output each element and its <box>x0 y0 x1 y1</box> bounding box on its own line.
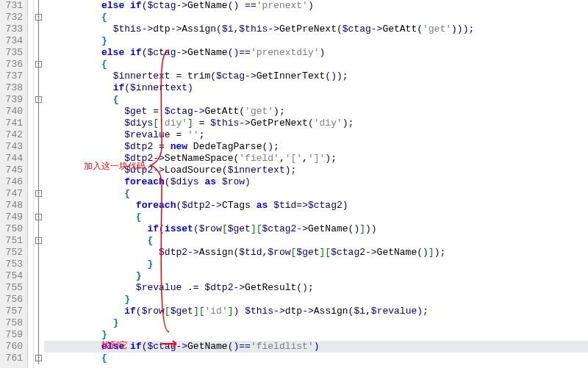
line-number: 757 <box>0 306 23 317</box>
line-number: 748 <box>0 200 23 212</box>
code-line[interactable]: { <box>44 212 588 223</box>
code-line[interactable]: $revalue = ''; <box>44 129 588 141</box>
code-line[interactable]: } <box>44 294 588 306</box>
line-number: 736 <box>0 59 23 71</box>
line-number: 746 <box>0 176 23 188</box>
line-number: 734 <box>0 35 23 47</box>
line-number: 751 <box>0 235 23 247</box>
code-line[interactable]: if(isset($row[$get][$ctag2->GetName()])) <box>44 223 588 235</box>
code-line[interactable]: else if($ctag->GetName()=='fieldlist') <box>44 341 588 353</box>
line-number: 756 <box>0 294 23 306</box>
line-number: 733 <box>0 24 23 35</box>
code-line[interactable]: { <box>44 94 588 106</box>
code-line[interactable]: $revalue .= $dtp2->GetResult(); <box>44 282 588 294</box>
line-number: 743 <box>0 141 23 153</box>
code-line[interactable]: $dtp2->Assign($tid,$row[$get][$ctag2->Ge… <box>44 247 588 259</box>
code-line[interactable]: { <box>44 12 588 24</box>
code-area[interactable]: 加入这一块代码 找到它 else if($ctag->GetName() =='… <box>44 0 588 368</box>
code-line[interactable]: else if($ctag->GetName()=='prenextdiy') <box>44 47 588 59</box>
code-line[interactable]: $get = $ctag->GetAtt('get'); <box>44 106 588 118</box>
line-number: 755 <box>0 282 23 294</box>
line-number: 732 <box>0 12 23 24</box>
line-number: 753 <box>0 259 23 270</box>
code-line[interactable]: { <box>44 353 588 364</box>
line-number: 761 <box>0 353 23 364</box>
code-line[interactable]: $dtp2->SetNameSpace('field','[',']'); <box>44 153 588 165</box>
line-number-gutter: 7317327337347357367377387397407417427437… <box>0 0 28 368</box>
code-line[interactable]: { <box>44 235 588 247</box>
code-line[interactable]: } <box>44 35 588 47</box>
code-line[interactable]: } <box>44 259 588 270</box>
line-number: 759 <box>0 329 23 341</box>
code-line[interactable]: $this->dtp->Assign($i,$this->GetPreNext(… <box>44 24 588 35</box>
code-line[interactable]: if($row[$get]['id']) $this->dtp->Assign(… <box>44 306 588 317</box>
code-line[interactable]: $dtp2->LoadSource($innertext); <box>44 165 588 176</box>
marker-column <box>28 0 34 368</box>
line-number: 749 <box>0 212 23 223</box>
line-number: 758 <box>0 317 23 329</box>
line-number: 740 <box>0 106 23 118</box>
line-number: 735 <box>0 47 23 59</box>
code-line[interactable]: if($innertext) <box>44 82 588 94</box>
line-number: 737 <box>0 71 23 82</box>
line-number: 731 <box>0 0 23 12</box>
code-line[interactable]: } <box>44 329 588 341</box>
code-line[interactable]: { <box>44 188 588 200</box>
code-line[interactable]: } <box>44 270 588 282</box>
line-number: 739 <box>0 94 23 106</box>
fold-column[interactable]: ------- <box>34 0 44 368</box>
line-number: 741 <box>0 118 23 129</box>
code-line[interactable]: } <box>44 317 588 329</box>
code-line[interactable]: $dtp2 = new DedeTagParse(); <box>44 141 588 153</box>
line-number: 744 <box>0 153 23 165</box>
line-number: 745 <box>0 165 23 176</box>
code-line[interactable]: $innertext = trim($ctag->GetInnerText())… <box>44 71 588 82</box>
line-number: 760 <box>0 341 23 353</box>
line-number: 752 <box>0 247 23 259</box>
code-line[interactable]: $diys['diy'] = $this->GetPreNext('diy'); <box>44 118 588 129</box>
code-line[interactable]: { <box>44 59 588 71</box>
line-number: 742 <box>0 129 23 141</box>
line-number: 750 <box>0 223 23 235</box>
line-number: 747 <box>0 188 23 200</box>
fold-guide-line <box>38 0 39 364</box>
line-number: 754 <box>0 270 23 282</box>
code-line[interactable]: foreach($diys as $row) <box>44 176 588 188</box>
code-line[interactable]: foreach($dtp2->CTags as $tid=>$ctag2) <box>44 200 588 212</box>
code-line[interactable]: else if($ctag->GetName() =='prenext') <box>44 0 588 12</box>
code-editor: 7317327337347357367377387397407417427437… <box>0 0 588 368</box>
line-number: 738 <box>0 82 23 94</box>
